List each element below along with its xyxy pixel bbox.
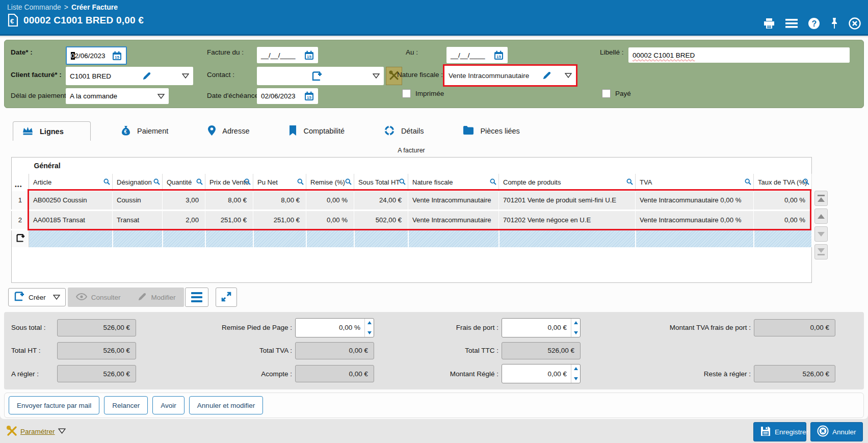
help-icon[interactable]: ? <box>808 17 820 30</box>
col-compte-produits[interactable]: Compte de produits <box>499 174 636 191</box>
facture-du-input[interactable]: __/__/____ 15 <box>257 47 318 63</box>
col-taux-tva[interactable]: Taux de TVA (%) <box>754 174 812 191</box>
search-icon[interactable] <box>196 178 203 187</box>
cell-tva[interactable]: Vente Intracommunautaire 0,00 % <box>636 211 754 230</box>
stepper[interactable] <box>571 319 580 337</box>
stepper[interactable] <box>571 364 580 383</box>
send-invoice-mail-button[interactable]: Envoyer facture par mail <box>9 396 99 414</box>
calendar-icon[interactable]: 15 <box>491 50 504 60</box>
cell-tva[interactable]: Vente Intracommunautaire 0,00 % <box>636 191 754 211</box>
stepper[interactable] <box>364 319 374 337</box>
col-sous-total-ht[interactable]: Sous Total HT <box>354 174 408 191</box>
consult-line-button[interactable]: Consulter <box>68 288 129 307</box>
col-prix-vente[interactable]: Prix de Vente <box>205 174 253 191</box>
calendar-icon[interactable]: 15 <box>301 50 314 60</box>
date-echeance-input[interactable]: 02/06/2023 15 <box>257 88 318 104</box>
search-icon[interactable] <box>244 178 251 187</box>
chevron-down-icon[interactable] <box>154 94 165 99</box>
tab-paiement[interactable]: € Paiement <box>112 121 177 141</box>
col-article[interactable]: Article <box>29 174 113 191</box>
frais-port-input[interactable]: 0,00 € <box>502 318 581 337</box>
parametrer-link[interactable]: Paramétrer <box>6 425 66 438</box>
search-icon[interactable] <box>745 178 751 187</box>
relaunch-button[interactable]: Relancer <box>104 396 148 414</box>
tab-adresse[interactable]: Adresse <box>199 121 258 141</box>
cell-designation[interactable]: Coussin <box>113 191 163 211</box>
new-cell[interactable] <box>499 230 636 247</box>
tab-details[interactable]: Détails <box>375 121 433 141</box>
row-number[interactable]: 2 <box>12 211 29 230</box>
cell-pu-net[interactable]: 8,00 € <box>253 191 306 211</box>
tab-lignes[interactable]: Lignes <box>13 121 91 141</box>
col-pu-net[interactable]: Pu Net <box>253 174 306 191</box>
printer-icon[interactable] <box>763 18 775 29</box>
grid-menu-button[interactable] <box>185 288 208 307</box>
scroll-down-button[interactable] <box>814 226 828 242</box>
calendar-icon[interactable]: 15 <box>301 91 314 101</box>
new-cell[interactable] <box>636 230 754 247</box>
col-nature-fiscale[interactable]: Nature fiscale <box>408 174 499 191</box>
col-tva[interactable]: TVA <box>636 174 754 191</box>
cell-remise[interactable]: 0,00 % <box>306 211 354 230</box>
cell-pu-net[interactable]: 251,00 € <box>253 211 306 230</box>
scroll-top-button[interactable] <box>814 191 828 206</box>
imprimee-checkbox[interactable] <box>402 89 411 98</box>
cell-taux-tva[interactable]: 0,00 % <box>754 191 812 211</box>
search-icon[interactable] <box>153 178 160 187</box>
new-cell[interactable] <box>113 230 163 247</box>
chevron-down-icon[interactable] <box>53 294 60 301</box>
col-designation[interactable]: Désignation <box>113 174 163 191</box>
new-cell[interactable] <box>163 230 205 247</box>
cell-nature-fiscale[interactable]: Vente Intracommunautaire <box>408 211 499 230</box>
scroll-up-button[interactable] <box>814 209 828 224</box>
search-icon[interactable] <box>399 178 406 187</box>
montant-regle-input[interactable]: 0,00 € <box>502 364 581 383</box>
cell-article[interactable]: AB00250 Coussin <box>29 191 113 211</box>
grid-options-icon[interactable]: ••• <box>15 183 22 189</box>
nature-fiscale-input[interactable]: Vente Intracommunautaire <box>449 70 572 81</box>
add-contact-icon[interactable] <box>308 71 322 82</box>
new-cell[interactable] <box>253 230 306 247</box>
gutter-header[interactable]: ••• <box>12 174 29 191</box>
save-button[interactable]: Enregistrer <box>753 422 806 441</box>
au-input[interactable]: __/__/____ 15 <box>446 47 508 63</box>
search-icon[interactable] <box>103 178 110 187</box>
breadcrumb-parent[interactable]: Liste Commande <box>7 3 61 11</box>
remise-pied-input[interactable]: 0,00 % <box>295 318 374 337</box>
libelle-input[interactable]: 00002 C1001 BRED <box>628 47 850 63</box>
paye-checkbox[interactable] <box>602 89 611 98</box>
edit-line-button[interactable]: Modifier <box>129 288 184 307</box>
row-number[interactable]: 1 <box>12 191 29 211</box>
cell-quantite[interactable]: 2,00 <box>163 211 205 230</box>
cell-prix-vente[interactable]: 8,00 € <box>205 191 253 211</box>
credit-note-button[interactable]: Avoir <box>152 396 185 414</box>
search-icon[interactable] <box>490 178 496 187</box>
new-cell[interactable] <box>205 230 253 247</box>
new-cell[interactable] <box>306 230 354 247</box>
search-icon[interactable] <box>297 178 304 187</box>
date-input[interactable]: 02/06/2023 15 <box>66 46 127 65</box>
expand-grid-button[interactable] <box>216 288 237 307</box>
parametrer-label[interactable]: Paramétrer <box>20 428 55 435</box>
chevron-down-icon[interactable] <box>370 73 380 79</box>
close-icon[interactable] <box>849 17 861 30</box>
cell-article[interactable]: AA00185 Transat <box>29 211 113 230</box>
edit-pencil-icon[interactable] <box>139 71 152 81</box>
delai-paiement-select[interactable]: A la commande <box>66 88 169 104</box>
tab-comptabilite[interactable]: Comptabilité <box>280 121 354 141</box>
cancel-and-edit-button[interactable]: Annuler et modifier <box>189 396 263 414</box>
cell-designation[interactable]: Transat <box>113 211 163 230</box>
cell-quantite[interactable]: 3,00 <box>163 191 205 211</box>
add-row-icon[interactable] <box>12 230 29 247</box>
create-line-button[interactable]: Créer <box>8 288 66 306</box>
search-icon[interactable] <box>803 178 809 187</box>
cell-compte-produits[interactable]: 701202 Vente négoce en U.E <box>499 211 636 230</box>
pin-icon[interactable] <box>830 17 838 30</box>
chevron-down-icon[interactable] <box>179 73 189 79</box>
cell-prix-vente[interactable]: 251,00 € <box>205 211 253 230</box>
cell-nature-fiscale[interactable]: Vente Intracommunautaire <box>408 191 499 211</box>
cancel-button[interactable]: Annuler <box>810 422 863 441</box>
col-remise[interactable]: Remise (%) <box>306 174 354 191</box>
chevron-down-icon[interactable] <box>58 428 66 435</box>
new-cell[interactable] <box>408 230 499 247</box>
